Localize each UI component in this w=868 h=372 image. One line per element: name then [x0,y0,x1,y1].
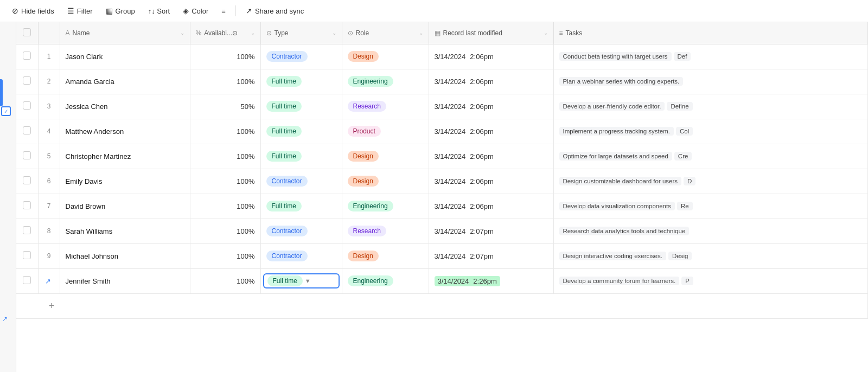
row-modified-7: 3/14/20242:07pm [429,219,553,243]
jennifer-tasks: Develop a community forum for learners.P [553,268,868,293]
row-date-3: 3/14/2024 [435,127,466,136]
row-check-0[interactable] [16,44,38,69]
sidebar-check[interactable]: ✓ [1,106,11,116]
row-checkbox-2[interactable] [23,101,31,110]
row-checkbox-7[interactable] [23,226,31,234]
row-check-7[interactable] [16,219,38,243]
header-type[interactable]: ⊙ Type ⌄ [260,22,342,44]
header-name[interactable]: A Name ⌄ [60,22,190,44]
row-checkbox-0[interactable] [23,52,31,60]
row-type-6[interactable]: Full time [260,194,342,219]
row-type-4[interactable]: Full time [260,144,342,169]
tasks-col-label: Tasks [566,29,583,37]
type-badge-5: Contractor [266,176,308,187]
avail-col-sort[interactable]: ⌄ [251,30,255,36]
jennifer-expand-icon[interactable]: ↗ [45,277,51,285]
row-type-5[interactable]: Contractor [260,169,342,194]
type-col-sort[interactable]: ⌄ [332,30,336,36]
role-badge-6: Engineering [348,201,393,211]
row-type-7[interactable]: Contractor [260,219,342,243]
row-tasks-5: Design customizable dashboard for usersD [553,169,868,194]
jennifer-type[interactable]: Full time ▼ [260,268,342,293]
row-avail-6: 100% [190,194,260,219]
row-check-1[interactable] [16,69,38,94]
group-button[interactable]: ▦ Group [100,4,141,18]
hide-fields-button[interactable]: ⊘ Hide fields [7,4,60,18]
table-row: 2 Amanda Garcia 100% Full time Engineeri… [16,69,868,94]
row-tasks-7: Research data analytics tools and techni… [553,219,868,243]
toolbar: ⊘ Hide fields ☰ Filter ▦ Group ↑↓ Sort ◈… [0,0,868,22]
header-avail[interactable]: % Availabi...⊙ ⌄ [190,22,260,44]
task-pill-4-0: Optimize for large datasets and speed [559,152,672,161]
table-row-jennifer: ↗ Jennifer Smith 100% Full time ▼ Engine… [16,268,868,293]
row-type-3[interactable]: Full time [260,119,342,144]
row-check-5[interactable] [16,169,38,194]
row-check-3[interactable] [16,119,38,144]
main-table: A Name ⌄ % Availabi...⊙ ⌄ [16,22,868,372]
row-type-0[interactable]: Contractor [260,44,342,69]
add-row[interactable]: + [16,293,868,318]
row-checkbox-4[interactable] [23,151,31,159]
header-checkbox[interactable] [23,28,31,36]
jennifer-checkbox[interactable] [23,276,31,284]
jennifer-avail: 100% [190,268,260,293]
header-modified[interactable]: ▦ Record last modified ⌄ [429,22,553,44]
task-pill-8-0: Design interactive coding exercises. [559,252,666,260]
header-role[interactable]: ⊙ Role ⌄ [342,22,429,44]
group-icon: ▦ [106,7,113,15]
table-body: 1 Jason Clark 100% Contractor Design 3/1… [16,44,868,318]
table-header-row: A Name ⌄ % Availabi...⊙ ⌄ [16,22,868,44]
row-avail-2: 50% [190,94,260,119]
role-col-sort[interactable]: ⌄ [419,30,423,36]
row-checkbox-8[interactable] [23,251,31,259]
row-role-7: Research [342,219,429,243]
row-num-7: 8 [38,219,60,243]
row-modified-1: 3/14/20242:06pm [429,69,553,94]
role-col-icon: ⊙ [348,29,353,37]
task-pill-0-1: Def [674,52,691,61]
task-pill-1-0: Plan a webinar series with coding expert… [559,77,684,86]
row-check-2[interactable] [16,94,38,119]
color-button[interactable]: ◈ Color [177,4,214,18]
modified-col-sort[interactable]: ⌄ [544,30,548,36]
task-pill-7-0: Research data analytics tools and techni… [559,227,690,235]
row-type-1[interactable]: Full time [260,69,342,94]
row-date-7: 3/14/2024 [435,227,466,235]
row-checkbox-3[interactable] [23,126,31,134]
row-name-5: Emily Davis [60,169,190,194]
jennifer-check[interactable] [16,268,38,293]
modified-col-label: Record last modified [443,29,502,37]
row-time-7: 2:07pm [470,227,493,235]
row-checkbox-6[interactable] [23,201,31,209]
jennifer-type-select[interactable]: Full time ▼ [263,273,340,288]
row-type-2[interactable]: Full time [260,94,342,119]
task-pill-5-1: D [684,177,695,185]
header-check[interactable] [16,22,38,44]
row-type-8[interactable]: Contractor [260,243,342,268]
row-role-8: Design [342,243,429,268]
row-check-6[interactable] [16,194,38,219]
row-checkbox-5[interactable] [23,176,31,184]
row-tasks-2: Develop a user-friendly code editor.Defi… [553,94,868,119]
role-badge-4: Design [348,151,379,162]
density-button[interactable]: ≡ [216,4,231,18]
hide-fields-icon: ⊘ [12,7,18,15]
row-check-8[interactable] [16,243,38,268]
add-row-button[interactable]: + [16,293,868,318]
sidebar-arrow-bottom[interactable]: ↗ [2,315,8,323]
row-check-4[interactable] [16,144,38,169]
task-pill-3-0: Implement a progress tracking system. [559,127,674,136]
row-role-0: Design [342,44,429,69]
share-sync-button[interactable]: ↗ Share and sync [240,4,309,18]
row-modified-4: 3/14/20242:06pm [429,144,553,169]
row-checkbox-1[interactable] [23,76,31,85]
header-tasks[interactable]: ≡ Tasks [553,22,868,44]
row-name-0: Jason Clark [60,44,190,69]
sort-button[interactable]: ↑↓ Sort [143,4,175,18]
name-col-sort[interactable]: ⌄ [180,30,184,36]
table-row: 4 Matthew Anderson 100% Full time Produc… [16,119,868,144]
table-row: 7 David Brown 100% Full time Engineering… [16,194,868,219]
filter-button[interactable]: ☰ Filter [62,4,98,18]
filter-icon: ☰ [67,7,74,15]
row-time-2: 2:06pm [470,102,493,111]
